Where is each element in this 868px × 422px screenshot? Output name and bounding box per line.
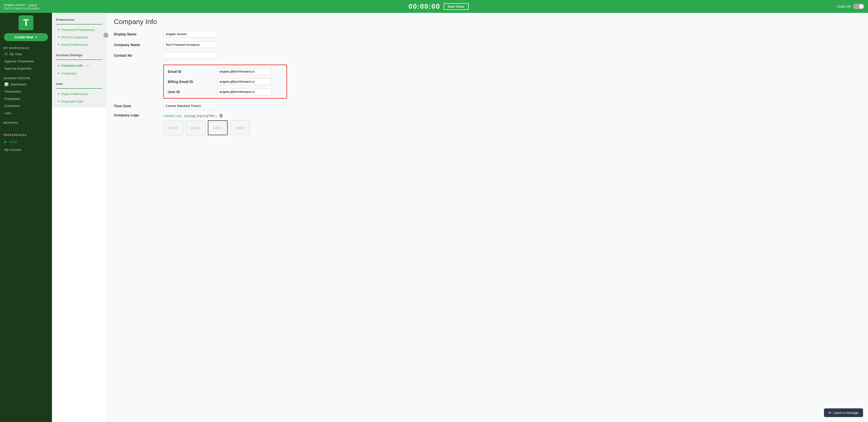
user-id-input[interactable] <box>217 88 272 95</box>
middle-item-customize[interactable]: • Customize <box>52 69 106 77</box>
logout-link[interactable]: Logout <box>28 3 37 7</box>
main-layout: T Create New ▼ MY WORKSPACE ⏱ My Time Ap… <box>0 13 868 422</box>
billing-email-input[interactable] <box>217 78 272 85</box>
logo-thumbnails: LOGO LOGO LOGO LOGO <box>163 120 250 135</box>
user-divider <box>56 88 102 89</box>
bullet-icon: • <box>58 99 59 104</box>
create-new-label: Create New <box>14 35 33 39</box>
email-id-label: Email ID <box>168 69 212 74</box>
sidebar-item-setup[interactable]: ▶ Setup ← <box>0 137 52 146</box>
bullet-icon: • <box>58 92 59 96</box>
display-name-row: Display Name <box>114 31 861 37</box>
sidebar-item-approve-timesheets[interactable]: Approve Timesheets <box>0 58 52 65</box>
top-header: Angela Jonson Logout Tech Forward Incorp… <box>0 0 868 13</box>
middle-preferences-title: Preferences <box>52 16 106 23</box>
middle-item-employee-type[interactable]: • Employee Type <box>52 97 106 105</box>
display-name-input[interactable] <box>163 31 218 37</box>
email-outlined-section: Email ID Billing Email ID User ID <box>163 65 287 99</box>
company-logo-row: Company Logo Upload Logo (only jpg, png … <box>114 113 861 135</box>
guide-toggle-switch[interactable] <box>853 4 864 9</box>
logo-thumb-2[interactable]: LOGO <box>186 120 205 135</box>
leave-message-button[interactable]: ✉ Leave a message <box>824 409 863 417</box>
page-title: Company Info <box>114 18 861 26</box>
username-text: Angela Jonson <box>4 3 25 7</box>
timezone-row: Time Zone <box>114 103 861 109</box>
billing-email-row: Billing Email ID <box>168 78 283 85</box>
email-section-wrapper: Email ID Billing Email ID User ID <box>114 63 861 103</box>
upload-logo-controls: Upload Logo (only jpg, png & gif files )… <box>163 113 250 118</box>
logo-upload-area: Upload Logo (only jpg, png & gif files )… <box>163 113 250 135</box>
timezone-label: Time Zone <box>114 104 158 108</box>
guide-label: Guide Off <box>837 5 851 8</box>
bullet-icon: • <box>58 35 59 39</box>
leave-message-label: Leave a message <box>833 411 859 415</box>
sidebar-section-preferences: PREFERENCES <box>0 131 52 137</box>
user-id-label: User ID <box>168 90 212 94</box>
upload-logo-link[interactable]: Upload Logo <box>163 114 182 118</box>
middle-item-timesheet-preferences[interactable]: • Timesheet Preferences <box>52 26 106 33</box>
sidebar-section-reports: REPORTS <box>0 119 52 125</box>
company-name-row: Company Name <box>114 41 861 48</box>
bullet-icon: • <box>58 27 59 32</box>
play-icon: ▶ <box>4 140 7 144</box>
timezone-input[interactable] <box>163 103 218 109</box>
clock-icon: ⏱ <box>4 52 8 56</box>
contact-no-input[interactable] <box>163 52 218 59</box>
sidebar-item-reports-placeholder <box>0 125 52 129</box>
middle-panel-wrapper: Preferences • Timesheet Preferences • DC… <box>52 13 106 422</box>
sidebar-item-my-account[interactable]: My Account <box>0 146 52 153</box>
header-username: Angela Jonson Logout <box>4 3 40 7</box>
arrow-indicator-company-info: ← <box>86 63 90 68</box>
middle-item-dcaa-compliance[interactable]: • DCAA Compliance <box>52 33 106 41</box>
email-id-input[interactable] <box>217 68 272 75</box>
sidebar-item-employees[interactable]: Employees <box>0 95 52 102</box>
header-user-info: Angela Jonson Logout Tech Forward Incorp… <box>4 3 40 10</box>
header-center: 00:00:00 Start Timer <box>408 2 469 10</box>
middle-item-company-info[interactable]: • Company Info ← <box>52 61 106 69</box>
display-name-label: Display Name <box>114 32 158 36</box>
logo-thumb-4[interactable]: LOGO <box>230 120 250 135</box>
bullet-icon: • <box>58 71 59 76</box>
company-name-input[interactable] <box>163 41 218 48</box>
arrow-indicator-setup: ← <box>20 139 25 144</box>
create-new-button[interactable]: Create New ▼ <box>4 33 48 41</box>
company-logo-label: Company Logo <box>114 113 158 117</box>
email-id-row: Email ID <box>168 68 283 75</box>
sidebar-item-my-time[interactable]: ⏱ My Time <box>0 51 52 58</box>
company-name-label: Company Name <box>114 43 158 47</box>
middle-item-email-preferences[interactable]: • Email Preferences <box>52 41 106 48</box>
timer-display: 00:00:00 <box>408 2 440 10</box>
message-icon: ✉ <box>829 411 831 415</box>
middle-panel: Preferences • Timesheet Preferences • DC… <box>52 13 106 108</box>
logo-thumb-1[interactable]: LOGO <box>163 120 183 135</box>
chevron-down-icon: ▼ <box>35 36 38 39</box>
logo-letter: T <box>23 18 29 28</box>
sidebar-item-customers[interactable]: Customers <box>0 102 52 109</box>
sidebar-item-dashboard[interactable]: 📊 Dashboard <box>0 81 52 88</box>
user-id-row: User ID <box>168 88 283 95</box>
collapse-panel-button[interactable]: ‹ <box>103 33 108 38</box>
sidebar-item-approve-expenses[interactable]: Approve Expenses <box>0 65 52 72</box>
preferences-divider <box>56 24 102 25</box>
sidebar: T Create New ▼ MY WORKSPACE ⏱ My Time Ap… <box>0 13 52 422</box>
contact-no-label: Contact No <box>114 54 158 57</box>
app-logo: T <box>19 16 33 30</box>
upload-logo-note: (only jpg, png & gif files ) <box>184 114 217 118</box>
main-content: Company Info Display Name Company Name C… <box>106 13 868 422</box>
middle-user-title: User <box>52 80 106 87</box>
middle-account-settings-title: Account Settings <box>52 51 106 58</box>
delete-logo-icon[interactable]: 🗑 <box>219 113 223 118</box>
header-left: Angela Jonson Logout Tech Forward Incorp… <box>4 3 40 10</box>
contact-no-row: Contact No <box>114 52 861 59</box>
start-timer-button[interactable]: Start Timer <box>444 3 468 10</box>
billing-email-label: Billing Email ID <box>168 80 212 84</box>
account-settings-divider <box>56 59 102 60</box>
sidebar-section-administration: ADMINISTRATION <box>0 74 52 81</box>
logo-thumb-3[interactable]: LOGO <box>208 120 228 135</box>
middle-item-roles-preferences[interactable]: • Roles Preferences <box>52 90 106 97</box>
sidebar-item-lists[interactable]: Lists <box>0 109 52 117</box>
sidebar-item-timesheets[interactable]: Timesheets <box>0 88 52 95</box>
bullet-icon: • <box>58 43 59 47</box>
header-right: Guide Off <box>837 4 864 9</box>
sidebar-section-my-workspace: MY WORKSPACE <box>0 44 52 51</box>
